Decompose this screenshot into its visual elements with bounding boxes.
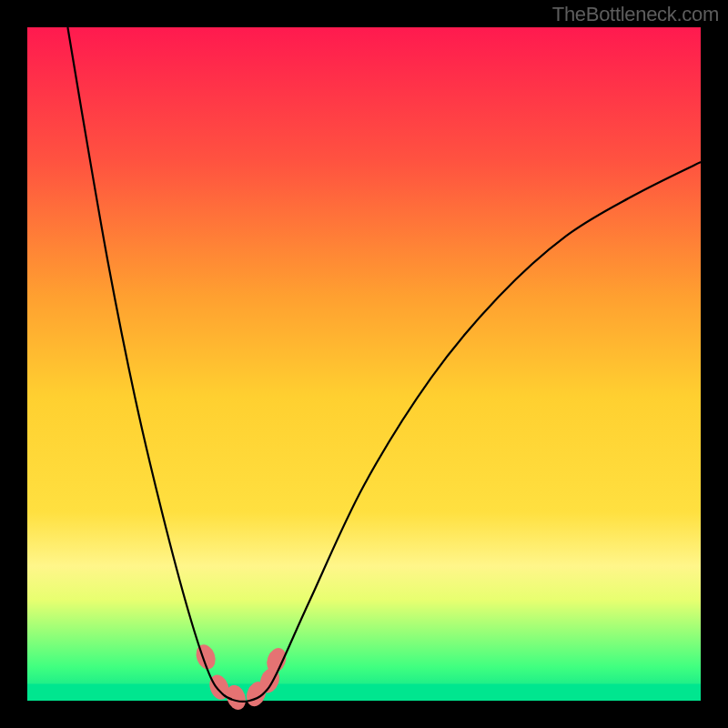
green-band — [27, 684, 701, 702]
bottleneck-chart: TheBottleneck.com — [0, 0, 728, 728]
attribution-label: TheBottleneck.com — [552, 3, 719, 26]
chart-svg — [0, 0, 728, 728]
